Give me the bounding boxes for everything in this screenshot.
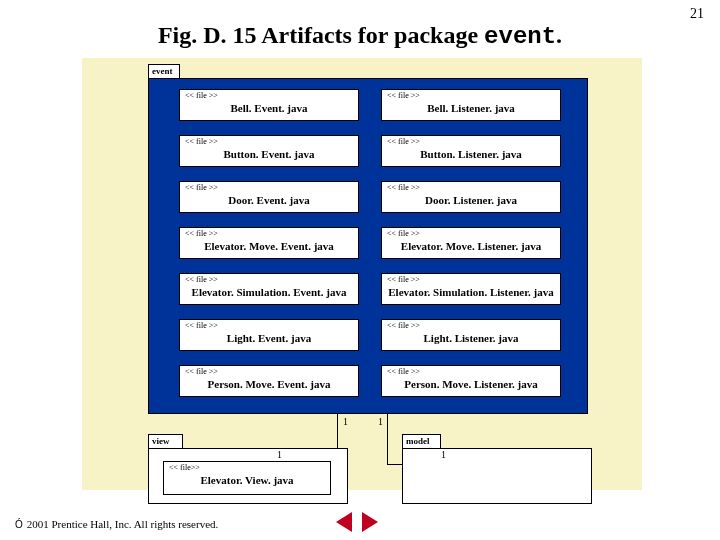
artifact-elevator-simulation-listener: << file >>Elevator. Simulation. Listener… [381, 273, 561, 305]
artifact-person-move-event: << file >>Person. Move. Event. java [179, 365, 359, 397]
package-model-body [402, 448, 592, 504]
stereotype: << file >> [387, 137, 555, 146]
stereotype: << file >> [387, 229, 555, 238]
artifact-button-listener: << file >>Button. Listener. java [381, 135, 561, 167]
artifact-name: Elevator. Simulation. Event. java [185, 286, 353, 299]
stereotype: << file >> [387, 367, 555, 376]
stereotype: << file >> [185, 275, 353, 284]
stereotype: << file >> [185, 183, 353, 192]
package-event-body: << file >>Bell. Event. java << file >>Bu… [148, 78, 588, 414]
artifact-name: Door. Event. java [185, 194, 353, 207]
artifact-button-event: << file >>Button. Event. java [179, 135, 359, 167]
page-number: 21 [690, 6, 704, 22]
stereotype: << file >> [387, 91, 555, 100]
package-model-tab: model [402, 434, 441, 448]
package-view-body: << file>> Elevator. View. java [148, 448, 348, 504]
artifact-elevator-simulation-event: << file >>Elevator. Simulation. Event. j… [179, 273, 359, 305]
package-model: model [402, 448, 592, 504]
stereotype: << file >> [185, 229, 353, 238]
artifact-name: Elevator. Move. Event. java [185, 240, 353, 253]
artifact-light-listener: << file >>Light. Listener. java [381, 319, 561, 351]
nav-prev-icon[interactable] [336, 512, 352, 532]
artifact-light-event: << file >>Light. Event. java [179, 319, 359, 351]
artifact-name: Button. Event. java [185, 148, 353, 161]
multiplicity-event-left: 1 [343, 416, 348, 427]
stereotype: << file >> [185, 367, 353, 376]
multiplicity-model: 1 [441, 449, 446, 460]
multiplicity-event-right: 1 [378, 416, 383, 427]
artifact-bell-event: << file >>Bell. Event. java [179, 89, 359, 121]
nav-next-icon[interactable] [362, 512, 378, 532]
artifact-name: Door. Listener. java [387, 194, 555, 207]
stereotype: << file >> [387, 321, 555, 330]
artifact-elevator-move-event: << file >>Elevator. Move. Event. java [179, 227, 359, 259]
copyright-footer: Ó 2001 Prentice Hall, Inc. All rights re… [14, 518, 218, 530]
artifact-name: Bell. Listener. java [387, 102, 555, 115]
artifact-name: Elevator. Simulation. Listener. java [387, 286, 555, 299]
package-view-tab: view [148, 434, 183, 448]
stereotype: << file >> [387, 275, 555, 284]
artifact-door-event: << file >>Door. Event. java [179, 181, 359, 213]
artifact-name: Light. Event. java [185, 332, 353, 345]
stereotype: << file >> [185, 91, 353, 100]
artifact-name: Button. Listener. java [387, 148, 555, 161]
artifact-name: Person. Move. Event. java [185, 378, 353, 391]
figure-title: Fig. D. 15 Artifacts for package event. [0, 22, 720, 50]
artifact-name: Elevator. Move. Listener. java [387, 240, 555, 253]
copyright-symbol: Ó [14, 519, 24, 530]
multiplicity-view: 1 [277, 449, 282, 460]
title-suffix: . [556, 22, 562, 48]
artifact-name: Person. Move. Listener. java [387, 378, 555, 391]
stereotype: << file >> [185, 321, 353, 330]
artifact-bell-listener: << file >>Bell. Listener. java [381, 89, 561, 121]
artifact-elevator-view: << file>> Elevator. View. java [163, 461, 331, 495]
stereotype: << file>> [169, 463, 325, 472]
title-package-name: event [484, 23, 556, 50]
package-view: view << file>> Elevator. View. java [148, 448, 348, 504]
package-event: event << file >>Bell. Event. java << fil… [148, 78, 588, 414]
artifact-name: Light. Listener. java [387, 332, 555, 345]
artifact-elevator-move-listener: << file >>Elevator. Move. Listener. java [381, 227, 561, 259]
artifact-name: Elevator. View. java [169, 474, 325, 487]
connector-event-to-model [387, 414, 388, 464]
artifact-person-move-listener: << file >>Person. Move. Listener. java [381, 365, 561, 397]
package-event-tab: event [148, 64, 180, 78]
diagram-canvas: event << file >>Bell. Event. java << fil… [82, 58, 642, 490]
stereotype: << file >> [185, 137, 353, 146]
artifact-name: Bell. Event. java [185, 102, 353, 115]
copyright-text: 2001 Prentice Hall, Inc. All rights rese… [24, 518, 218, 530]
title-prefix: Fig. D. 15 Artifacts for package [158, 22, 484, 48]
stereotype: << file >> [387, 183, 555, 192]
artifact-door-listener: << file >>Door. Listener. java [381, 181, 561, 213]
